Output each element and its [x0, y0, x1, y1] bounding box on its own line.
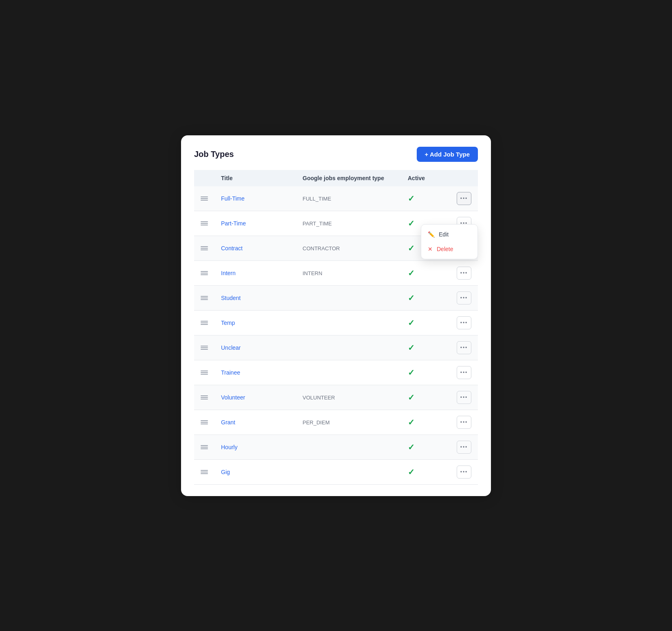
table-row: Hourly✓••• [194, 435, 478, 459]
drag-handle-icon[interactable] [201, 420, 208, 424]
table-row: Temp✓••• [194, 310, 478, 335]
table-row: Gig✓••• [194, 459, 478, 484]
job-title-link[interactable]: Intern [221, 270, 236, 276]
more-actions-button[interactable]: ••• [457, 416, 471, 429]
drag-handle-cell [194, 211, 214, 236]
employment-type-cell [296, 335, 401, 360]
job-title-link[interactable]: Hourly [221, 444, 237, 450]
table-row: Unclear✓••• [194, 335, 478, 360]
active-check-icon: ✓ [408, 269, 415, 278]
drag-handle-icon[interactable] [201, 321, 208, 325]
actions-cell: ••• [450, 285, 478, 310]
more-actions-button[interactable]: ••• [457, 341, 471, 354]
employment-type-cell [296, 360, 401, 385]
job-title-cell: Grant [214, 410, 296, 435]
active-check-icon: ✓ [408, 244, 415, 253]
employment-type-cell: VOLUNTEER [296, 385, 401, 410]
job-types-table: Title Google jobs employment type Active… [194, 170, 478, 485]
active-cell: ✓ [401, 260, 450, 285]
drag-handle-cell [194, 360, 214, 385]
drag-handle-icon[interactable] [201, 470, 208, 474]
delete-menu-item[interactable]: ✕ Delete [421, 242, 477, 256]
card-header: Job Types + Add Job Type [194, 147, 478, 162]
drag-handle-icon[interactable] [201, 221, 208, 225]
edit-menu-item[interactable]: ✏️ Edit [421, 227, 477, 242]
active-cell: ✓ [401, 310, 450, 335]
table-row: Student✓••• [194, 285, 478, 310]
drag-handle-icon[interactable] [201, 346, 208, 350]
drag-handle-cell [194, 435, 214, 459]
drag-handle-cell [194, 310, 214, 335]
job-title-link[interactable]: Unclear [221, 344, 241, 351]
active-check-icon: ✓ [408, 393, 415, 402]
job-title-link[interactable]: Full-Time [221, 195, 245, 202]
job-title-cell: Part-Time [214, 211, 296, 236]
actions-cell: ••• [450, 186, 478, 211]
delete-icon: ✕ [428, 246, 433, 252]
drag-handle-cell [194, 236, 214, 260]
col-header-title: Title [214, 170, 296, 186]
drag-handle-cell [194, 260, 214, 285]
add-job-type-button[interactable]: + Add Job Type [417, 147, 478, 162]
job-title-link[interactable]: Gig [221, 469, 230, 475]
active-check-icon: ✓ [408, 443, 415, 452]
col-header-active: Active [401, 170, 450, 186]
job-title-link[interactable]: Temp [221, 320, 235, 326]
employment-type-value: PER_DIEM [303, 419, 329, 426]
edit-icon: ✏️ [428, 231, 435, 238]
job-title-cell: Unclear [214, 335, 296, 360]
col-header-actions [450, 170, 478, 186]
table-header: Title Google jobs employment type Active [194, 170, 478, 186]
drag-handle-icon[interactable] [201, 246, 208, 250]
row-actions-dropdown: ✏️ Edit ✕ Delete [421, 224, 478, 259]
active-check-icon: ✓ [408, 468, 415, 477]
table-row: VolunteerVOLUNTEER✓••• [194, 385, 478, 410]
actions-cell: ••• [450, 459, 478, 484]
job-title-link[interactable]: Grant [221, 419, 235, 426]
drag-handle-icon[interactable] [201, 445, 208, 449]
employment-type-cell [296, 435, 401, 459]
job-title-cell: Gig [214, 459, 296, 484]
table-row: Trainee✓••• [194, 360, 478, 385]
col-header-employment: Google jobs employment type [296, 170, 401, 186]
actions-cell: ••• [450, 260, 478, 285]
job-title-link[interactable]: Part-Time [221, 220, 246, 227]
employment-type-cell: PER_DIEM [296, 410, 401, 435]
more-actions-button[interactable]: ••• [457, 391, 471, 404]
drag-handle-icon[interactable] [201, 395, 208, 399]
table-row: Full-TimeFULL_TIME✓••• [194, 186, 478, 211]
job-title-link[interactable]: Student [221, 295, 241, 301]
actions-cell: ••• [450, 385, 478, 410]
drag-handle-cell [194, 459, 214, 484]
active-check-icon: ✓ [408, 418, 415, 427]
job-title-link[interactable]: Contract [221, 245, 243, 252]
table-row: GrantPER_DIEM✓••• [194, 410, 478, 435]
employment-type-cell [296, 459, 401, 484]
drag-handle-icon[interactable] [201, 271, 208, 275]
col-header-drag [194, 170, 214, 186]
job-title-link[interactable]: Trainee [221, 369, 240, 376]
active-cell: ✓ [401, 459, 450, 484]
job-title-link[interactable]: Volunteer [221, 394, 245, 401]
more-actions-button[interactable]: ••• [457, 267, 471, 280]
more-actions-button[interactable]: ••• [457, 316, 471, 329]
delete-label: Delete [437, 246, 453, 252]
more-actions-button[interactable]: ••• [457, 441, 471, 454]
drag-handle-icon[interactable] [201, 371, 208, 375]
actions-cell: ••• [450, 360, 478, 385]
drag-handle-icon[interactable] [201, 196, 208, 201]
job-title-cell: Trainee [214, 360, 296, 385]
drag-handle-icon[interactable] [201, 296, 208, 300]
more-actions-button[interactable]: ••• [457, 366, 471, 379]
employment-type-cell: CONTRACTOR [296, 236, 401, 260]
more-actions-button[interactable]: ••• [457, 291, 471, 304]
employment-type-cell: INTERN [296, 260, 401, 285]
more-actions-button[interactable]: ••• [457, 466, 471, 479]
employment-type-cell [296, 285, 401, 310]
drag-handle-cell [194, 285, 214, 310]
employment-type-cell [296, 310, 401, 335]
job-title-cell: Temp [214, 310, 296, 335]
more-actions-button[interactable]: ••• [457, 192, 471, 205]
drag-handle-cell [194, 186, 214, 211]
drag-handle-cell [194, 335, 214, 360]
